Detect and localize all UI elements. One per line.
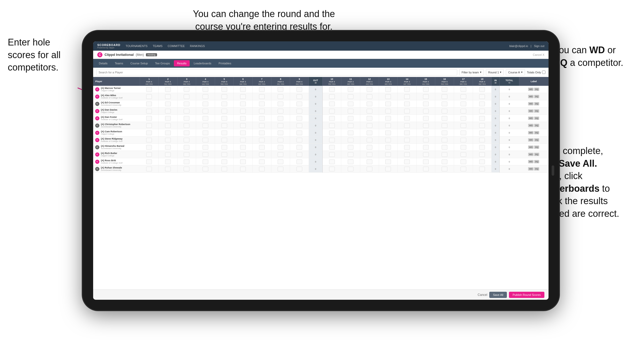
score-input-11-12[interactable] [367, 167, 372, 171]
wd-button-8[interactable]: WD [528, 145, 534, 149]
score-input-2-18[interactable] [479, 102, 485, 106]
score-input-2-2[interactable] [165, 102, 171, 106]
wd-button-6[interactable]: WD [528, 131, 534, 134]
score-input-3-7[interactable] [259, 109, 265, 113]
score-input-5-11[interactable] [348, 123, 353, 128]
score-input-3-13[interactable] [385, 109, 391, 113]
score-input-8-9[interactable] [297, 145, 302, 150]
score-input-6-15[interactable] [423, 130, 429, 135]
score-input-5-9[interactable] [297, 123, 302, 128]
score-input-8-12[interactable] [367, 145, 372, 150]
score-input-5-1[interactable] [146, 123, 152, 128]
score-input-5-13[interactable] [385, 123, 391, 128]
score-input-1-13[interactable] [385, 94, 391, 99]
score-input-3-16[interactable] [442, 109, 447, 113]
score-input-4-15[interactable] [423, 116, 429, 121]
score-input-1-2[interactable] [165, 94, 171, 99]
score-input-4-14[interactable] [404, 116, 410, 121]
score-input-4-4[interactable] [203, 116, 208, 121]
score-input-11-13[interactable] [385, 167, 391, 171]
save-all-button[interactable]: Save All [489, 292, 507, 298]
score-input-9-8[interactable] [278, 152, 283, 157]
score-input-2-14[interactable] [404, 102, 410, 106]
score-input-6-10[interactable] [329, 130, 335, 135]
score-input-0-16[interactable] [442, 87, 447, 92]
score-input-3-5[interactable] [221, 109, 227, 113]
wd-button-2[interactable]: WD [528, 102, 534, 105]
score-input-7-2[interactable] [165, 138, 171, 142]
score-input-10-6[interactable] [240, 159, 246, 164]
score-input-6-6[interactable] [240, 130, 246, 135]
score-input-11-10[interactable] [329, 167, 335, 171]
score-input-2-8[interactable] [278, 102, 283, 106]
score-input-4-2[interactable] [165, 116, 171, 121]
score-input-9-9[interactable] [297, 152, 302, 157]
score-input-3-14[interactable] [404, 109, 410, 113]
score-input-10-18[interactable] [479, 159, 485, 164]
score-input-8-10[interactable] [329, 145, 335, 150]
score-input-8-15[interactable] [423, 145, 429, 150]
wd-button-0[interactable]: WD [528, 88, 534, 91]
score-input-4-10[interactable] [329, 116, 335, 121]
score-input-4-17[interactable] [461, 116, 466, 121]
score-input-3-6[interactable] [240, 109, 246, 113]
tab-tee-groups[interactable]: Tee Groups [152, 60, 173, 66]
dq-button-6[interactable]: DQ [534, 131, 539, 134]
dq-button-9[interactable]: DQ [534, 153, 539, 156]
score-input-5-17[interactable] [461, 123, 466, 128]
score-input-4-11[interactable] [348, 116, 353, 121]
score-input-1-11[interactable] [348, 94, 353, 99]
score-input-9-10[interactable] [329, 152, 335, 157]
dq-button-10[interactable]: DQ [534, 160, 539, 163]
score-input-6-2[interactable] [165, 130, 171, 135]
score-input-6-7[interactable] [259, 130, 265, 135]
score-input-8-4[interactable] [203, 145, 208, 150]
score-input-2-10[interactable] [329, 102, 335, 106]
score-input-10-5[interactable] [221, 159, 227, 164]
score-input-7-8[interactable] [278, 138, 283, 142]
score-input-4-5[interactable] [221, 116, 227, 121]
score-input-11-17[interactable] [461, 167, 466, 171]
score-input-2-12[interactable] [367, 102, 372, 106]
score-input-2-11[interactable] [348, 102, 353, 106]
tab-course-setup[interactable]: Course Setup [127, 60, 151, 66]
score-input-5-10[interactable] [329, 123, 335, 128]
nav-rankings[interactable]: RANKINGS [190, 44, 205, 48]
score-input-1-9[interactable] [297, 94, 302, 99]
dq-button-2[interactable]: DQ [534, 102, 539, 105]
score-input-5-4[interactable] [203, 123, 208, 128]
score-input-1-7[interactable] [259, 94, 265, 99]
score-input-2-13[interactable] [385, 102, 391, 106]
nav-tournaments[interactable]: TOURNAMENTS [125, 44, 147, 48]
wd-button-9[interactable]: WD [528, 153, 534, 156]
score-input-6-5[interactable] [221, 130, 227, 135]
score-input-8-17[interactable] [461, 145, 466, 150]
filter-by-team-dropdown[interactable]: Filter by team ▾ [459, 69, 484, 75]
score-input-4-7[interactable] [259, 116, 265, 121]
score-input-4-6[interactable] [240, 116, 246, 121]
score-input-5-7[interactable] [259, 123, 265, 128]
score-input-7-12[interactable] [367, 138, 372, 142]
score-input-8-14[interactable] [404, 145, 410, 150]
nav-committee[interactable]: COMMITTEE [168, 44, 185, 48]
score-input-11-11[interactable] [348, 167, 353, 171]
course-dropdown[interactable]: Course A ▾ [506, 69, 525, 75]
score-input-9-15[interactable] [423, 152, 429, 157]
score-input-11-5[interactable] [221, 167, 227, 171]
score-input-8-7[interactable] [259, 145, 265, 150]
score-input-9-12[interactable] [367, 152, 372, 157]
score-input-5-8[interactable] [278, 123, 283, 128]
score-input-0-18[interactable] [479, 87, 485, 92]
score-input-3-2[interactable] [165, 109, 171, 113]
score-input-2-9[interactable] [297, 102, 302, 106]
score-input-8-16[interactable] [442, 145, 447, 150]
dq-button-8[interactable]: DQ [534, 145, 539, 149]
score-input-1-10[interactable] [329, 94, 335, 99]
score-input-6-11[interactable] [348, 130, 353, 135]
score-input-10-9[interactable] [297, 159, 302, 164]
score-input-5-12[interactable] [367, 123, 372, 128]
score-input-2-16[interactable] [442, 102, 447, 106]
score-input-0-11[interactable] [348, 87, 353, 92]
score-input-6-4[interactable] [203, 130, 208, 135]
score-input-11-2[interactable] [165, 167, 171, 171]
